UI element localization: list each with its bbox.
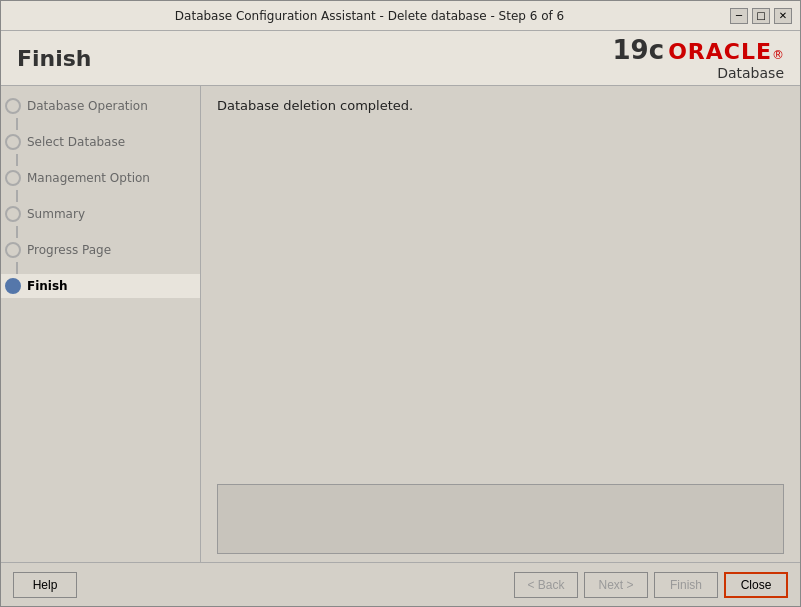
sidebar-item-select-database[interactable]: Select Database [1,130,200,154]
sidebar-label-summary: Summary [27,207,85,221]
maximize-button[interactable]: □ [752,8,770,24]
sidebar: Database Operation Select Database Manag… [1,86,201,562]
step-circle-6 [5,278,21,294]
main-content: Database Operation Select Database Manag… [1,86,800,562]
sidebar-item-database-operation[interactable]: Database Operation [1,94,200,118]
sidebar-label-finish: Finish [27,279,68,293]
step-circle-2 [5,134,21,150]
header: Finish 19c ORACLE® Database [1,31,800,86]
step-circle-3 [5,170,21,186]
page-title: Finish [17,46,92,71]
window-title: Database Configuration Assistant - Delet… [9,9,730,23]
connector-5 [16,262,18,274]
bottom-right: < Back Next > Finish Close [514,572,788,598]
step-circle-1 [5,98,21,114]
content-main: Database deletion completed. [201,86,800,476]
close-button-bottom[interactable]: Close [724,572,788,598]
connector-2 [16,154,18,166]
oracle-sub: Database [717,65,784,81]
connector-1 [16,118,18,130]
bottom-left: Help [13,572,77,598]
connector-3 [16,190,18,202]
window-controls: ─ □ ✕ [730,8,792,24]
sidebar-label-progress-page: Progress Page [27,243,111,257]
back-button[interactable]: < Back [514,572,578,598]
oracle-reg: ® [772,48,784,62]
step-circle-5 [5,242,21,258]
content-area: Database deletion completed. [201,86,800,562]
finish-button[interactable]: Finish [654,572,718,598]
oracle-brand: ORACLE [668,39,772,64]
oracle-logo: 19c ORACLE® Database [613,35,784,81]
completion-message: Database deletion completed. [217,98,784,113]
connector-4 [16,226,18,238]
bottom-bar: Help < Back Next > Finish Close [1,562,800,606]
help-button[interactable]: Help [13,572,77,598]
sidebar-label-database-operation: Database Operation [27,99,148,113]
sidebar-item-summary[interactable]: Summary [1,202,200,226]
next-button[interactable]: Next > [584,572,648,598]
log-area [217,484,784,554]
main-window: Database Configuration Assistant - Delet… [0,0,801,607]
close-button[interactable]: ✕ [774,8,792,24]
sidebar-label-management-option: Management Option [27,171,150,185]
oracle-version: 19c [613,35,665,65]
sidebar-item-finish[interactable]: Finish [1,274,200,298]
sidebar-item-management-option[interactable]: Management Option [1,166,200,190]
titlebar: Database Configuration Assistant - Delet… [1,1,800,31]
step-circle-4 [5,206,21,222]
sidebar-label-select-database: Select Database [27,135,125,149]
sidebar-item-progress-page[interactable]: Progress Page [1,238,200,262]
minimize-button[interactable]: ─ [730,8,748,24]
